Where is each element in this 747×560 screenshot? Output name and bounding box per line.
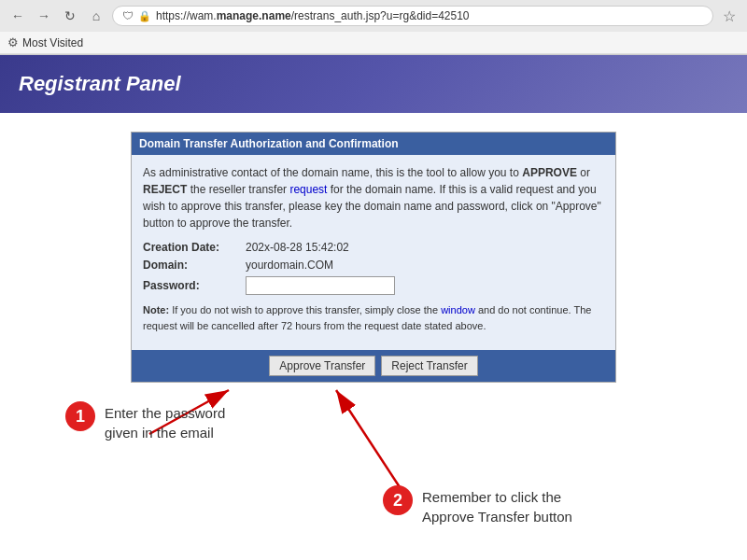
reject-transfer-button[interactable]: Reject Transfer: [381, 356, 477, 376]
registrant-header: Registrant Panel: [0, 55, 747, 113]
lock-icon: 🔒: [138, 10, 151, 22]
creation-date-label: Creation Date:: [143, 241, 246, 254]
annotation-2: 2 Remember to click theApprove Transfer …: [383, 485, 572, 526]
most-visited-link[interactable]: Most Visited: [22, 36, 83, 49]
creation-date-value: 202x-08-28 15:42:02: [246, 241, 349, 254]
password-input[interactable]: [246, 276, 395, 295]
creation-date-row: Creation Date: 202x-08-28 15:42:02: [143, 241, 604, 254]
transfer-link[interactable]: request: [289, 183, 327, 196]
forward-button[interactable]: →: [34, 6, 54, 26]
window-link[interactable]: window: [441, 304, 475, 315]
step1-circle: 1: [65, 401, 95, 431]
domain-value: yourdomain.COM: [246, 259, 333, 272]
approve-transfer-button[interactable]: Approve Transfer: [269, 356, 375, 376]
back-button[interactable]: ←: [7, 6, 28, 26]
page-content: Registrant Panel Domain Transfer Authori…: [0, 55, 747, 550]
browser-toolbar: ← → ↻ ⌂ 🛡 🔒 https://wam.manage.name/rest…: [0, 0, 747, 32]
browser-chrome: ← → ↻ ⌂ 🛡 🔒 https://wam.manage.name/rest…: [0, 0, 747, 55]
step2-text: Remember to click theApprove Transfer bu…: [422, 487, 572, 526]
annotations-area: 1 Enter the passwordgiven in the email 2…: [37, 383, 710, 551]
transfer-fields: Creation Date: 202x-08-28 15:42:02 Domai…: [143, 241, 604, 295]
transfer-buttons: Approve Transfer Reject Transfer: [132, 350, 615, 382]
address-bar[interactable]: 🛡 🔒 https://wam.manage.name/restrans_aut…: [112, 6, 713, 26]
transfer-description: As administrative contact of the domain …: [143, 164, 604, 231]
bookmark-star-button[interactable]: ☆: [719, 7, 740, 25]
step2-circle: 2: [383, 485, 413, 515]
svg-line-3: [336, 390, 402, 490]
transfer-box-body: As administrative contact of the domain …: [132, 155, 615, 350]
transfer-box-header: Domain Transfer Authorization and Confir…: [132, 133, 615, 155]
password-row: Password:: [143, 276, 604, 295]
gear-icon: ⚙: [7, 35, 19, 49]
home-button[interactable]: ⌂: [86, 6, 106, 26]
main-content: Domain Transfer Authorization and Confir…: [0, 113, 747, 560]
address-text: https://wam.manage.name/restrans_auth.js…: [156, 9, 470, 22]
domain-label: Domain:: [143, 259, 246, 272]
page-title: Registrant Panel: [19, 72, 728, 96]
step1-text: Enter the passwordgiven in the email: [105, 403, 225, 442]
note-text: Note: If you do not wish to approve this…: [143, 302, 604, 333]
annotation-1: 1 Enter the passwordgiven in the email: [65, 401, 225, 442]
shield-icon: 🛡: [122, 9, 134, 22]
password-label: Password:: [143, 279, 246, 292]
reload-button[interactable]: ↻: [60, 6, 80, 26]
bookmarks-bar: ⚙ Most Visited: [0, 32, 747, 54]
domain-row: Domain: yourdomain.COM: [143, 259, 604, 272]
transfer-box: Domain Transfer Authorization and Confir…: [131, 132, 616, 383]
domain-bold: manage.name: [217, 9, 291, 22]
